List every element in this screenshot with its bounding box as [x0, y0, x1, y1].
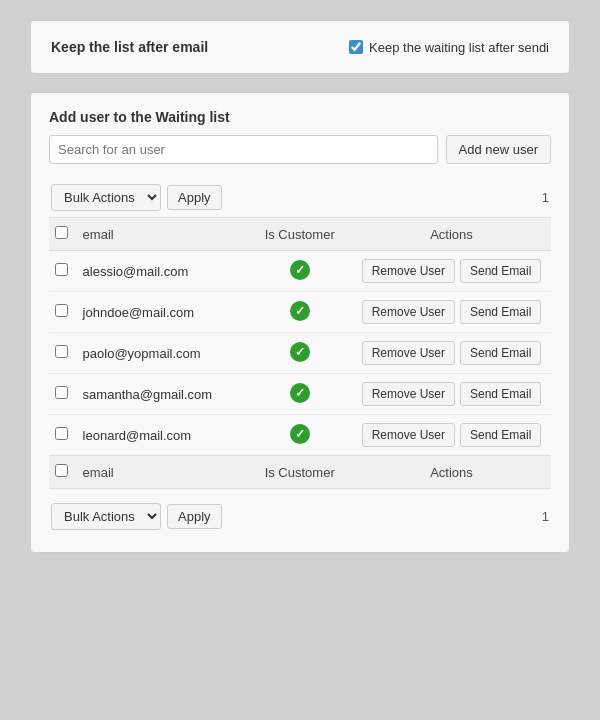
row-checkbox-3[interactable] — [55, 386, 68, 399]
send-email-button-3[interactable]: Send Email — [460, 382, 541, 406]
row-checkbox-4[interactable] — [55, 427, 68, 440]
customer-check-icon — [290, 260, 310, 280]
keep-list-label: Keep the list after email — [51, 39, 208, 55]
col-header-email: email — [77, 218, 248, 251]
bulk-left-bottom: Bulk Actions Apply — [51, 503, 222, 530]
row-checkbox-cell — [49, 374, 77, 415]
search-input[interactable] — [49, 135, 438, 164]
send-email-button-1[interactable]: Send Email — [460, 300, 541, 324]
customer-check-icon — [290, 301, 310, 321]
bottom-bulk-actions-row: Bulk Actions Apply 1 — [49, 497, 551, 536]
remove-user-button-2[interactable]: Remove User — [362, 341, 455, 365]
row-checkbox-cell — [49, 415, 77, 456]
page-count-top: 1 — [542, 190, 549, 205]
select-all-header — [49, 218, 77, 251]
row-actions-0: Remove User Send Email — [352, 251, 551, 292]
footer-col-email: email — [77, 456, 248, 489]
row-email-1: johndoe@mail.com — [77, 292, 248, 333]
keep-list-checkbox-text: Keep the waiting list after sendi — [369, 40, 549, 55]
row-checkbox-cell — [49, 333, 77, 374]
add-new-user-button[interactable]: Add new user — [446, 135, 552, 164]
send-email-button-0[interactable]: Send Email — [460, 259, 541, 283]
row-customer-3 — [247, 374, 352, 415]
customer-check-icon — [290, 342, 310, 362]
keep-list-checkbox-row: Keep the waiting list after sendi — [349, 40, 549, 55]
send-email-button-2[interactable]: Send Email — [460, 341, 541, 365]
row-actions-1: Remove User Send Email — [352, 292, 551, 333]
main-card-title: Add user to the Waiting list — [49, 109, 551, 125]
row-email-2: paolo@yopmail.com — [77, 333, 248, 374]
remove-user-button-0[interactable]: Remove User — [362, 259, 455, 283]
customer-check-icon — [290, 424, 310, 444]
bulk-actions-select-top[interactable]: Bulk Actions — [51, 184, 161, 211]
row-customer-0 — [247, 251, 352, 292]
footer-col-actions: Actions — [352, 456, 551, 489]
top-bulk-actions-row: Bulk Actions Apply 1 — [49, 178, 551, 217]
footer-select-all-checkbox[interactable] — [55, 464, 68, 477]
bulk-actions-select-bottom[interactable]: Bulk Actions — [51, 503, 161, 530]
row-checkbox-cell — [49, 292, 77, 333]
send-email-button-4[interactable]: Send Email — [460, 423, 541, 447]
remove-user-button-3[interactable]: Remove User — [362, 382, 455, 406]
page-count-bottom: 1 — [542, 509, 549, 524]
row-checkbox-1[interactable] — [55, 304, 68, 317]
row-customer-1 — [247, 292, 352, 333]
select-all-checkbox[interactable] — [55, 226, 68, 239]
footer-col-is-customer: Is Customer — [247, 456, 352, 489]
row-email-0: alessio@mail.com — [77, 251, 248, 292]
apply-button-top[interactable]: Apply — [167, 185, 222, 210]
row-email-3: samantha@gmail.com — [77, 374, 248, 415]
row-actions-4: Remove User Send Email — [352, 415, 551, 456]
row-email-4: leonard@mail.com — [77, 415, 248, 456]
customer-check-icon — [290, 383, 310, 403]
table-row: samantha@gmail.com Remove User Send Emai… — [49, 374, 551, 415]
row-customer-4 — [247, 415, 352, 456]
apply-button-bottom[interactable]: Apply — [167, 504, 222, 529]
bulk-left-top: Bulk Actions Apply — [51, 184, 222, 211]
remove-user-button-1[interactable]: Remove User — [362, 300, 455, 324]
remove-user-button-4[interactable]: Remove User — [362, 423, 455, 447]
users-table: email Is Customer Actions alessio@mail.c… — [49, 217, 551, 489]
table-row: alessio@mail.com Remove User Send Email — [49, 251, 551, 292]
row-customer-2 — [247, 333, 352, 374]
search-row: Add new user — [49, 135, 551, 164]
row-checkbox-cell — [49, 251, 77, 292]
table-row: leonard@mail.com Remove User Send Email — [49, 415, 551, 456]
top-card: Keep the list after email Keep the waiti… — [30, 20, 570, 74]
footer-check-col — [49, 456, 77, 489]
row-actions-2: Remove User Send Email — [352, 333, 551, 374]
row-checkbox-0[interactable] — [55, 263, 68, 276]
table-row: paolo@yopmail.com Remove User Send Email — [49, 333, 551, 374]
row-checkbox-2[interactable] — [55, 345, 68, 358]
table-row: johndoe@mail.com Remove User Send Email — [49, 292, 551, 333]
col-header-is-customer: Is Customer — [247, 218, 352, 251]
main-card: Add user to the Waiting list Add new use… — [30, 92, 570, 553]
col-header-actions: Actions — [352, 218, 551, 251]
keep-list-checkbox[interactable] — [349, 40, 363, 54]
row-actions-3: Remove User Send Email — [352, 374, 551, 415]
